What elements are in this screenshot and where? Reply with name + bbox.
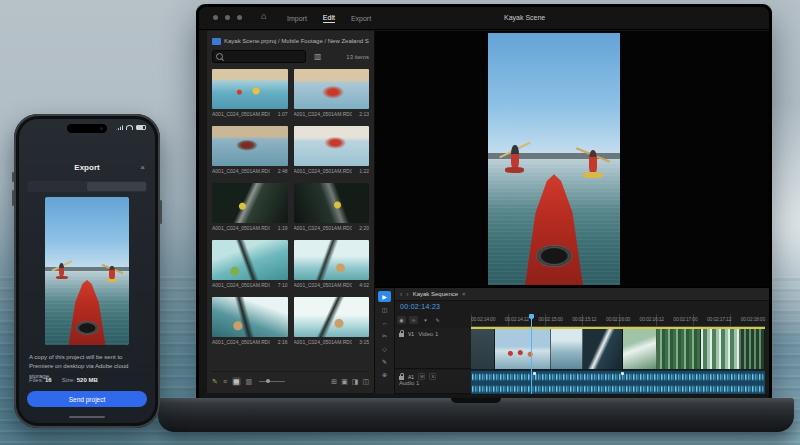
home-icon[interactable]: ⌂ <box>261 11 266 21</box>
razor-tool-icon[interactable]: ✂ <box>378 330 391 341</box>
phone-volume-button <box>12 190 14 206</box>
video-clip[interactable] <box>741 328 765 369</box>
linked-selection-icon[interactable]: ∞ <box>409 316 418 324</box>
new-item-icon[interactable]: ◨ <box>352 378 359 385</box>
tab-export[interactable]: Export <box>351 15 371 22</box>
audio-track-badge[interactable]: A1 <box>408 374 414 380</box>
clip-item[interactable]: A001_C024_0501AM.RDC..7:10 <box>212 240 288 288</box>
clip-thumbnail[interactable] <box>212 183 288 223</box>
close-sequence-icon[interactable]: × <box>462 291 466 297</box>
ripple-edit-tool-icon[interactable]: ↔ <box>378 317 391 328</box>
items-count: 13 items <box>346 54 369 60</box>
mute-button[interactable]: M <box>418 373 425 380</box>
clip-thumbnail[interactable] <box>212 126 288 166</box>
clip-item[interactable]: A001_C024_0501AM.RDC..2:20 <box>294 183 370 231</box>
list-view-icon[interactable]: ≡ <box>223 378 227 385</box>
search-input[interactable] <box>212 50 306 63</box>
battery-icon <box>136 125 146 130</box>
pen-tool-icon[interactable]: ✎ <box>378 356 391 367</box>
video-clip[interactable] <box>657 328 701 369</box>
filmstrip-view-icon[interactable]: ▥ <box>246 378 253 385</box>
clip-name: A001_C024_0501AM.RDC.. <box>294 339 352 345</box>
close-icon[interactable]: × <box>140 163 145 172</box>
timeline-ruler[interactable]: 00:02:14:00 00:02:14:12 00:02:15:00 00:0… <box>471 314 765 327</box>
clip-thumbnail[interactable] <box>294 183 370 223</box>
audio-track-header[interactable]: A1 M S Audio 1 <box>395 370 471 394</box>
clip-item[interactable]: A001_C024_0501AM.RDC..2:16 <box>212 297 288 345</box>
solo-button[interactable]: S <box>429 373 436 380</box>
export-preview-video[interactable] <box>45 197 129 345</box>
snap-icon[interactable]: ◉ <box>397 316 406 324</box>
clip-thumbnail[interactable] <box>294 297 370 337</box>
video-clip[interactable] <box>623 328 657 369</box>
thumbnail-zoom-slider[interactable] <box>259 381 285 382</box>
tab-edit[interactable]: Edit <box>323 14 335 23</box>
send-project-button[interactable]: Send project <box>27 391 147 407</box>
search-icon <box>216 53 223 60</box>
preview-video[interactable] <box>488 33 620 285</box>
bin-icon <box>212 38 221 45</box>
video-clip[interactable] <box>551 328 583 369</box>
clip-thumbnail[interactable] <box>212 240 288 280</box>
export-segmented-control[interactable] <box>27 181 147 192</box>
timeline-pen-icon[interactable]: ✎ <box>433 316 442 324</box>
wifi-icon <box>126 125 133 130</box>
new-bin-icon[interactable]: ▣ <box>341 378 348 385</box>
back-icon[interactable]: ‹ <box>400 291 402 298</box>
selection-tool-icon[interactable]: ▶ <box>378 291 391 302</box>
video-clip[interactable] <box>701 328 741 369</box>
timeline-controls: ◉ ∞ ▾ ✎ <box>397 316 442 324</box>
ruler-tick: 00:02:15:12 <box>572 314 596 326</box>
track-select-tool-icon[interactable]: ◫ <box>378 304 391 315</box>
video-track-header[interactable]: V1 Video 1 <box>395 328 471 369</box>
breadcrumb-text[interactable]: Kayak Scene.prproj / Mobile Footage / Ne… <box>224 38 369 44</box>
hand-tool-icon[interactable]: ⊕ <box>378 369 391 380</box>
clip-thumbnail[interactable] <box>294 126 370 166</box>
segment-right[interactable] <box>87 182 146 191</box>
clip-duration: 1:19 <box>278 225 288 231</box>
slip-tool-icon[interactable]: ◇ <box>378 343 391 354</box>
breadcrumb[interactable]: Kayak Scene.prproj / Mobile Footage / Ne… <box>212 35 369 47</box>
tab-import[interactable]: Import <box>287 15 307 22</box>
window-controls[interactable] <box>213 15 242 20</box>
clip-duration: 2:20 <box>359 225 369 231</box>
sequence-tab[interactable]: Kayak Sequence <box>413 291 458 297</box>
audio-track-clips[interactable] <box>471 370 765 394</box>
clip-thumbnail[interactable] <box>212 297 288 337</box>
clip-item[interactable]: A001_C024_0501AM.RDC..1:07 <box>212 69 288 117</box>
clip-duration: 2:48 <box>278 168 288 174</box>
segment-left[interactable] <box>28 182 87 191</box>
clip-thumbnail[interactable] <box>294 69 370 109</box>
sort-icon[interactable]: ⊞ <box>331 378 337 385</box>
video-clip[interactable] <box>495 328 551 369</box>
clip-item[interactable]: A001_C024_0501AM.RDC..1:22 <box>294 126 370 174</box>
clip-item[interactable]: A001_C024_0501AM.RDC..2:48 <box>212 126 288 174</box>
lock-icon[interactable] <box>399 376 404 380</box>
clip-item[interactable]: A001_C024_0501AM.RDC..4:02 <box>294 240 370 288</box>
marker-menu-icon[interactable]: ▾ <box>421 316 430 324</box>
maximize-window-icon[interactable] <box>237 15 242 20</box>
video-clip[interactable] <box>583 328 623 369</box>
minimize-window-icon[interactable] <box>225 15 230 20</box>
grid-view-icon[interactable]: ▦ <box>232 377 241 386</box>
video-track-clips[interactable] <box>471 328 765 369</box>
signal-icon <box>116 125 123 130</box>
pen-icon[interactable]: ✎ <box>212 378 218 385</box>
clip-thumbnail[interactable] <box>212 69 288 109</box>
close-window-icon[interactable] <box>213 15 218 20</box>
clip-thumbnail[interactable] <box>294 240 370 280</box>
size-label: Size: <box>62 377 75 383</box>
clip-item[interactable]: A001_C024_0501AM.RDC..2:13 <box>294 69 370 117</box>
kayaker-left <box>504 139 525 174</box>
kayaker-right <box>582 144 604 179</box>
filmstrip-icon[interactable]: ▥ <box>314 53 322 61</box>
lock-icon[interactable] <box>399 333 404 337</box>
forward-icon[interactable]: › <box>406 291 408 298</box>
clip-item[interactable]: A001_C024_0501AM.RDC..1:19 <box>212 183 288 231</box>
video-track-badge[interactable]: V1 <box>408 331 414 337</box>
clip-item[interactable]: A001_C024_0501AM.RDC..3:15 <box>294 297 370 345</box>
video-clip[interactable] <box>471 328 495 369</box>
playhead[interactable] <box>531 314 532 394</box>
playhead-timecode[interactable]: 00:02:14:23 <box>400 303 440 310</box>
trash-icon[interactable]: ◫ <box>362 378 369 385</box>
